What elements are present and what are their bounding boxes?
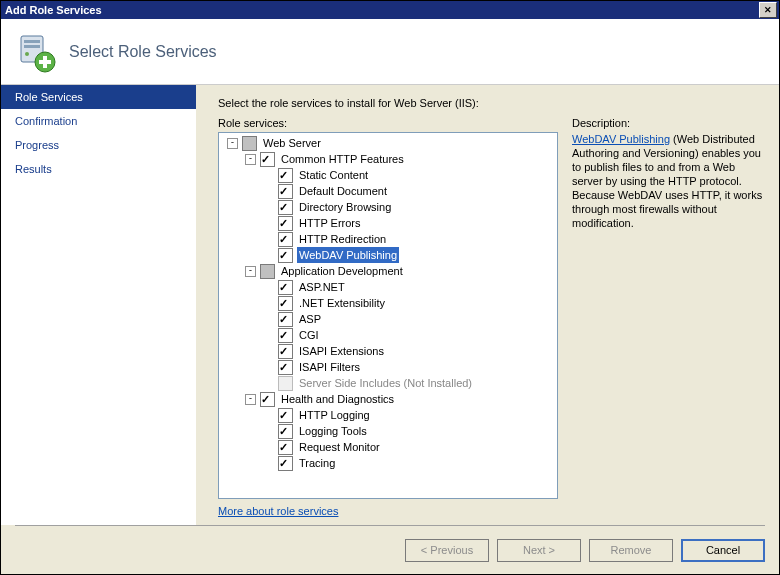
tree-item[interactable]: Default Document: [221, 183, 555, 199]
checkbox[interactable]: [242, 136, 257, 151]
tree-item[interactable]: -Health and Diagnostics: [221, 391, 555, 407]
tree-item-label: Common HTTP Features: [279, 151, 406, 167]
checkbox[interactable]: [278, 328, 293, 343]
checkbox[interactable]: [278, 440, 293, 455]
main-panel: Select the role services to install for …: [196, 85, 779, 525]
tree-item[interactable]: Server Side Includes (Not Installed): [221, 375, 555, 391]
checkbox[interactable]: [278, 184, 293, 199]
checkbox[interactable]: [260, 264, 275, 279]
cancel-button[interactable]: Cancel: [681, 539, 765, 562]
sidebar: Role Services Confirmation Progress Resu…: [1, 85, 196, 525]
tree-item[interactable]: ASP: [221, 311, 555, 327]
tree-item[interactable]: -Common HTTP Features: [221, 151, 555, 167]
tree-item-label: Server Side Includes (Not Installed): [297, 375, 474, 391]
tree-item[interactable]: Directory Browsing: [221, 199, 555, 215]
tree-item-label: HTTP Logging: [297, 407, 372, 423]
more-about-link[interactable]: More about role services: [218, 505, 558, 517]
checkbox[interactable]: [278, 200, 293, 215]
tree-item[interactable]: ASP.NET: [221, 279, 555, 295]
close-button[interactable]: ✕: [759, 2, 777, 18]
tree-item-label: Web Server: [261, 135, 323, 151]
tree-item-label: HTTP Redirection: [297, 231, 388, 247]
tree-item[interactable]: ISAPI Filters: [221, 359, 555, 375]
description-body: (Web Distributed Authoring and Versionin…: [572, 133, 762, 229]
checkbox[interactable]: [278, 360, 293, 375]
tree-label: Role services:: [218, 117, 558, 129]
tree-item[interactable]: ISAPI Extensions: [221, 343, 555, 359]
sidebar-item-role-services[interactable]: Role Services: [1, 85, 196, 109]
checkbox[interactable]: [278, 280, 293, 295]
svg-rect-1: [24, 40, 40, 43]
tree-item[interactable]: -Application Development: [221, 263, 555, 279]
tree-item[interactable]: Tracing: [221, 455, 555, 471]
tree-item-label: Directory Browsing: [297, 199, 393, 215]
checkbox[interactable]: [278, 344, 293, 359]
tree-item-label: ISAPI Filters: [297, 359, 362, 375]
description-link[interactable]: WebDAV Publishing: [572, 133, 670, 145]
sidebar-item-confirmation[interactable]: Confirmation: [1, 109, 196, 133]
tree-item-label: .NET Extensibility: [297, 295, 387, 311]
previous-button[interactable]: < Previous: [405, 539, 489, 562]
tree-item-label: Health and Diagnostics: [279, 391, 396, 407]
add-role-services-window: Add Role Services ✕ Select Role Services…: [0, 0, 780, 575]
tree-item-label: Logging Tools: [297, 423, 369, 439]
checkbox[interactable]: [260, 392, 275, 407]
sidebar-item-results[interactable]: Results: [1, 157, 196, 181]
expand-toggle[interactable]: -: [245, 394, 256, 405]
button-bar: < Previous Next > Remove Cancel: [1, 526, 779, 574]
description-panel: Description: WebDAV Publishing (Web Dist…: [572, 117, 765, 517]
server-plus-icon: [15, 32, 55, 72]
description-label: Description:: [572, 117, 765, 129]
svg-point-3: [25, 52, 29, 56]
expand-toggle[interactable]: -: [227, 138, 238, 149]
tree-item-label: Request Monitor: [297, 439, 382, 455]
tree-item-label: WebDAV Publishing: [297, 247, 399, 263]
svg-rect-6: [39, 60, 51, 64]
remove-button[interactable]: Remove: [589, 539, 673, 562]
checkbox[interactable]: [278, 408, 293, 423]
tree-item-label: ASP.NET: [297, 279, 347, 295]
tree-item[interactable]: HTTP Logging: [221, 407, 555, 423]
page-title: Select Role Services: [69, 43, 217, 61]
titlebar[interactable]: Add Role Services ✕: [1, 1, 779, 19]
tree-item[interactable]: HTTP Redirection: [221, 231, 555, 247]
tree-item[interactable]: Logging Tools: [221, 423, 555, 439]
tree-item-label: HTTP Errors: [297, 215, 363, 231]
checkbox[interactable]: [278, 424, 293, 439]
tree-item[interactable]: CGI: [221, 327, 555, 343]
tree-item[interactable]: Request Monitor: [221, 439, 555, 455]
next-button[interactable]: Next >: [497, 539, 581, 562]
sidebar-item-progress[interactable]: Progress: [1, 133, 196, 157]
wizard-body: Role Services Confirmation Progress Resu…: [1, 85, 779, 525]
tree-item-label: Static Content: [297, 167, 370, 183]
tree-item-label: ISAPI Extensions: [297, 343, 386, 359]
checkbox[interactable]: [278, 456, 293, 471]
checkbox: [278, 376, 293, 391]
expand-toggle[interactable]: -: [245, 266, 256, 277]
checkbox[interactable]: [260, 152, 275, 167]
window-title: Add Role Services: [5, 4, 759, 16]
instruction-text: Select the role services to install for …: [218, 97, 765, 109]
svg-rect-2: [24, 45, 40, 48]
tree-item-label: Tracing: [297, 455, 337, 471]
checkbox[interactable]: [278, 312, 293, 327]
expand-toggle[interactable]: -: [245, 154, 256, 165]
tree-item-label: Default Document: [297, 183, 389, 199]
wizard-header: Select Role Services: [1, 19, 779, 85]
tree-item[interactable]: HTTP Errors: [221, 215, 555, 231]
tree-item-label: Application Development: [279, 263, 405, 279]
tree-item[interactable]: Static Content: [221, 167, 555, 183]
checkbox[interactable]: [278, 296, 293, 311]
tree-item[interactable]: WebDAV Publishing: [221, 247, 555, 263]
tree-item-label: CGI: [297, 327, 321, 343]
tree-item[interactable]: .NET Extensibility: [221, 295, 555, 311]
tree-scroll[interactable]: -Web Server-Common HTTP FeaturesStatic C…: [219, 133, 557, 498]
description-text: WebDAV Publishing (Web Distributed Autho…: [572, 132, 765, 230]
tree-item[interactable]: -Web Server: [221, 135, 555, 151]
checkbox[interactable]: [278, 232, 293, 247]
checkbox[interactable]: [278, 216, 293, 231]
checkbox[interactable]: [278, 248, 293, 263]
tree-item-label: ASP: [297, 311, 323, 327]
checkbox[interactable]: [278, 168, 293, 183]
role-services-tree: -Web Server-Common HTTP FeaturesStatic C…: [218, 132, 558, 499]
